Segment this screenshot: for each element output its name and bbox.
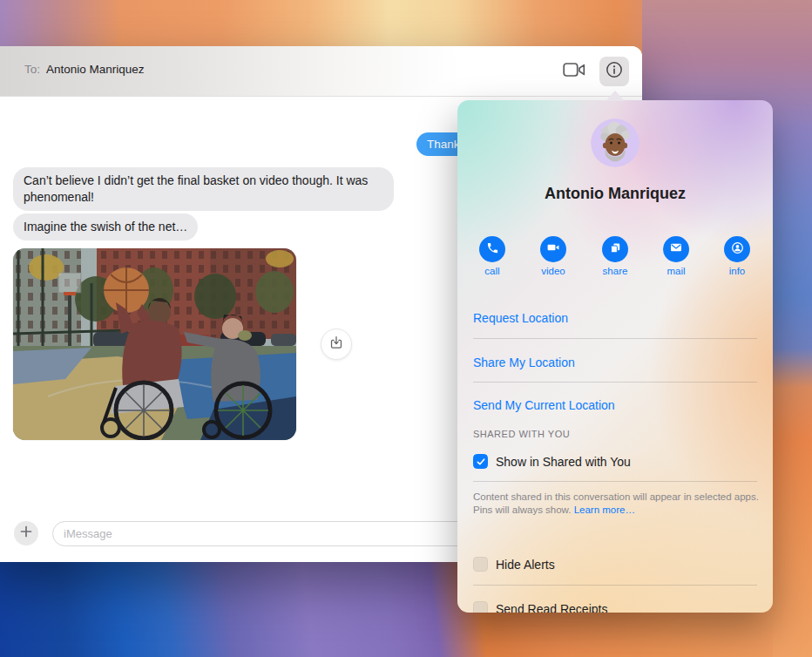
info-button[interactable]: info [712, 236, 762, 276]
avatar [591, 119, 639, 167]
desktop: To:Antonio Manriquez [0, 0, 812, 657]
screens-icon [609, 241, 622, 258]
toolbar: To:Antonio Manriquez [0, 46, 642, 97]
video-camera-icon [546, 240, 560, 258]
received-message-bubble: Imagine the swish of the net… [13, 213, 198, 240]
checkbox-checked-icon[interactable] [473, 454, 488, 469]
popover-arrow [606, 91, 625, 101]
show-in-shared-checkbox-row[interactable]: Show in Shared with You [473, 454, 631, 469]
to-label: To: [24, 63, 40, 76]
send-read-receipts-checkbox-row[interactable]: Send Read Receipts [473, 601, 607, 613]
mail-button[interactable]: mail [651, 236, 701, 276]
checkbox-label: Hide Alerts [496, 558, 555, 572]
checkbox-label: Send Read Receipts [496, 602, 607, 613]
person-circle-icon [730, 240, 745, 259]
recipient-field[interactable]: To:Antonio Manriquez [24, 63, 145, 76]
video-camera-icon [563, 61, 585, 82]
checkbox-unchecked-icon[interactable] [473, 557, 488, 572]
request-location-link[interactable]: Request Location [473, 311, 568, 325]
divider [473, 382, 757, 383]
save-download-icon [328, 335, 344, 354]
received-message-bubble: Can’t believe I didn’t get the final bas… [13, 167, 394, 211]
shared-with-you-header: SHARED WITH YOU [473, 429, 570, 439]
checkbox-unchecked-icon[interactable] [473, 601, 488, 613]
divider [473, 481, 757, 482]
envelope-icon [669, 240, 683, 258]
conversation-info-popover: Antonio Manriquez call video share mail [457, 100, 773, 613]
plus-icon [20, 525, 32, 541]
learn-more-link[interactable]: Learn more… [574, 505, 635, 515]
share-my-location-link[interactable]: Share My Location [473, 356, 575, 369]
hide-alerts-checkbox-row[interactable]: Hide Alerts [473, 557, 555, 572]
photo-attachment[interactable] [13, 248, 296, 440]
divider [473, 585, 757, 586]
divider [473, 338, 757, 339]
conversation-info-button[interactable] [599, 57, 629, 86]
contact-name: Antonio Manriquez [457, 185, 773, 203]
send-current-location-link[interactable]: Send My Current Location [473, 398, 615, 412]
add-attachment-button[interactable] [14, 521, 38, 545]
facetime-button[interactable] [559, 57, 589, 86]
save-attachment-button[interactable] [321, 328, 352, 360]
share-button[interactable]: share [590, 236, 640, 276]
recipient-name: Antonio Manriquez [46, 63, 145, 76]
shared-with-you-footnote: Content shared in this conversation will… [473, 491, 759, 517]
video-button[interactable]: video [528, 236, 579, 276]
call-button[interactable]: call [467, 236, 518, 276]
phone-icon [486, 241, 499, 258]
checkbox-label: Show in Shared with You [496, 455, 631, 469]
info-circle-icon [605, 60, 624, 83]
